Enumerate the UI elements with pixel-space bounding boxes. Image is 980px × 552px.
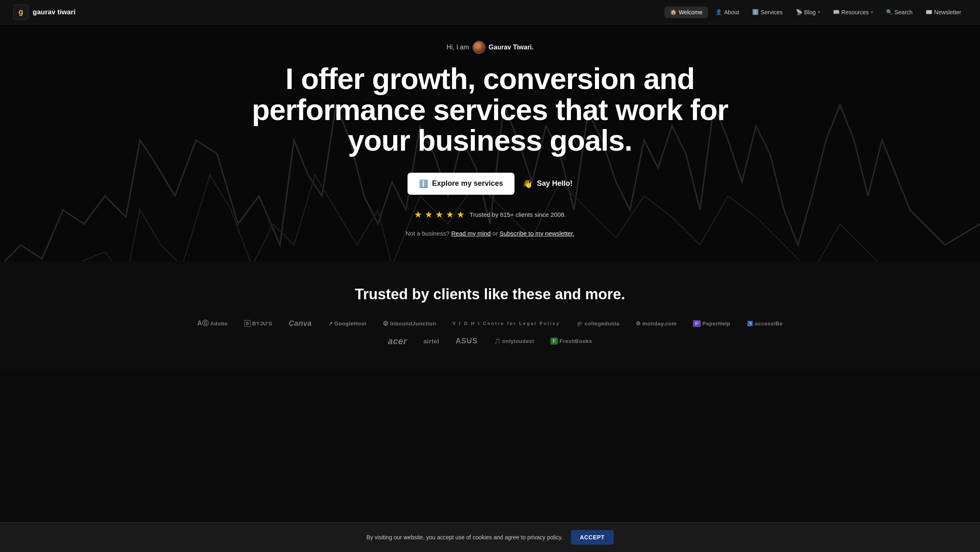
cookie-banner: By visiting our website, you accept use … bbox=[0, 522, 980, 552]
client-paperhelp: P PaperHelp bbox=[693, 320, 730, 327]
googlehost-icon: ↗ bbox=[328, 321, 333, 327]
clients-row-1: Aⓒ Adobe B BYJU'S Canva ↗ GoogleHost ⚙ I… bbox=[16, 319, 964, 328]
info-icon: ℹ️ bbox=[752, 9, 759, 15]
say-hello-button[interactable]: 👋 Say Hello! bbox=[523, 179, 572, 189]
onlyloudest-icon: 🎵 bbox=[494, 338, 501, 344]
clients-row-2: acer airtel ASUS 🎵 onlyloudest F FreshBo… bbox=[16, 336, 964, 347]
nav-newsletter[interactable]: ✉️ Newsletter bbox=[920, 7, 967, 18]
avatar bbox=[472, 41, 486, 54]
nav-about[interactable]: 👤 About bbox=[710, 7, 745, 18]
star-2: ★ bbox=[425, 209, 433, 220]
nav-search[interactable]: 🔍 Search bbox=[880, 7, 918, 18]
hero-headline: I offer growth, conversion and performan… bbox=[225, 64, 755, 156]
rss-icon: 📡 bbox=[796, 9, 802, 15]
nav-blog[interactable]: 📡 Blog ▾ bbox=[790, 7, 826, 18]
accessibe-icon: ♿ bbox=[747, 321, 753, 327]
trusted-title: Trusted by clients like these and more. bbox=[16, 286, 964, 303]
explore-icon: ℹ️ bbox=[419, 179, 428, 188]
client-collegedunia: 🎓 collegedunia bbox=[577, 321, 619, 327]
user-icon: 👤 bbox=[715, 9, 722, 15]
client-acer: acer bbox=[388, 336, 407, 347]
client-accessibe: ♿ accessiBe bbox=[747, 321, 783, 327]
read-my-mind-link[interactable]: Read my mind bbox=[451, 230, 491, 237]
nav-services[interactable]: ℹ️ Services bbox=[746, 7, 788, 18]
star-4: ★ bbox=[446, 209, 454, 220]
byjus-icon: B bbox=[244, 320, 251, 327]
client-airtel: airtel bbox=[423, 338, 439, 345]
client-onlyloudest: 🎵 onlyloudest bbox=[494, 338, 534, 344]
brand-name: gaurav tiwari bbox=[33, 8, 76, 16]
star-3: ★ bbox=[435, 209, 443, 220]
client-asus: ASUS bbox=[456, 337, 478, 345]
client-googlehost: ↗ GoogleHost bbox=[328, 321, 367, 327]
client-monday: ⚙ monday.com bbox=[636, 321, 677, 327]
client-inboundjunction: ⚙ InboundJunction bbox=[383, 320, 436, 327]
nav-resources[interactable]: 📖 Resources ▾ bbox=[827, 7, 879, 18]
hero-section: Hi, I am Gaurav Tiwari. I offer growth, … bbox=[0, 0, 980, 261]
client-vidhi: V I D H I Centre for Legal Policy bbox=[452, 321, 560, 326]
hero-trust: ★ ★ ★ ★ ★ Trusted by 815+ clients since … bbox=[414, 209, 566, 220]
client-canva: Canva bbox=[289, 319, 312, 328]
blog-chevron-icon: ▾ bbox=[818, 10, 820, 14]
trusted-section: Trusted by clients like these and more. … bbox=[0, 261, 980, 371]
resources-chevron-icon: ▾ bbox=[871, 10, 873, 14]
collegedunia-icon: 🎓 bbox=[577, 321, 583, 327]
brand-logo-icon: g bbox=[13, 4, 29, 20]
explore-services-button[interactable]: ℹ️ Explore my services bbox=[408, 173, 514, 195]
paperhelp-icon: P bbox=[693, 320, 701, 327]
mail-icon: ✉️ bbox=[926, 9, 932, 15]
client-byjus: B BYJU'S bbox=[244, 320, 272, 327]
hero-bottom-text: Not a business? Read my mind or Subscrib… bbox=[405, 230, 575, 237]
freshbooks-icon: F bbox=[550, 338, 558, 345]
brand-logo-link[interactable]: g gaurav tiwari bbox=[13, 4, 76, 20]
hero-buttons: ℹ️ Explore my services 👋 Say Hello! bbox=[408, 173, 572, 195]
hero-intro: Hi, I am Gaurav Tiwari. bbox=[446, 41, 533, 54]
client-freshbooks: F FreshBooks bbox=[550, 338, 592, 345]
star-1: ★ bbox=[414, 209, 422, 220]
wave-icon: 👋 bbox=[523, 179, 533, 189]
book-icon: 📖 bbox=[833, 9, 840, 15]
trust-text: Trusted by 815+ clients since 2008. bbox=[470, 211, 566, 218]
adobe-icon: Aⓒ bbox=[197, 319, 209, 328]
nav-welcome[interactable]: 🏠 Welcome bbox=[664, 7, 708, 18]
navbar: g gaurav tiwari 🏠 Welcome 👤 About ℹ️ Ser… bbox=[0, 0, 980, 24]
newsletter-subscribe-link[interactable]: Subscribe to my newsletter. bbox=[499, 230, 574, 237]
home-icon: 🏠 bbox=[670, 9, 677, 15]
star-rating: ★ ★ ★ ★ ★ bbox=[414, 209, 465, 220]
cookie-accept-button[interactable]: ACCEPT bbox=[571, 530, 614, 545]
cookie-text: By visiting our website, you accept use … bbox=[366, 534, 563, 541]
nav-links-container: 🏠 Welcome 👤 About ℹ️ Services 📡 Blog ▾ 📖… bbox=[664, 7, 967, 18]
intro-prefix: Hi, I am bbox=[446, 44, 469, 51]
client-adobe: Aⓒ Adobe bbox=[197, 319, 228, 328]
monday-icon: ⚙ bbox=[636, 321, 641, 327]
search-icon: 🔍 bbox=[886, 9, 893, 15]
intro-name: Gaurav Tiwari. bbox=[489, 44, 534, 51]
inbound-icon: ⚙ bbox=[383, 320, 388, 327]
star-5: ★ bbox=[457, 209, 465, 220]
